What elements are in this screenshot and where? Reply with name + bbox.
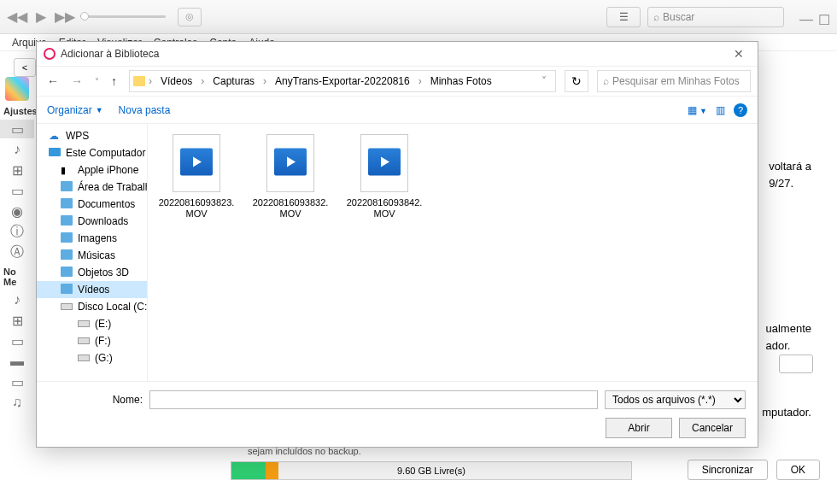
- tree-item-objetos-3d[interactable]: Objetos 3D: [37, 264, 147, 281]
- play-button[interactable]: ▶: [32, 9, 50, 26]
- maximize-button[interactable]: ☐: [818, 12, 828, 22]
- search-placeholder: Buscar: [663, 11, 694, 23]
- next-button[interactable]: ▶▶: [56, 9, 73, 26]
- dialog-close-button[interactable]: ✕: [727, 45, 751, 62]
- tree-item-m-sicas[interactable]: Músicas: [37, 247, 147, 264]
- image-icon: [61, 232, 73, 244]
- nav-forward-button[interactable]: →: [67, 73, 86, 90]
- sync-text-2: 9/27.: [769, 175, 811, 192]
- sidebar-photos[interactable]: ◉: [0, 202, 34, 220]
- drive-icon: [61, 301, 73, 313]
- sidebar-dev-movies[interactable]: ⊞: [0, 311, 34, 330]
- file-list: 20220816093823.MOV20220816093832.MOV2022…: [148, 124, 758, 381]
- breadcrumb-item-3[interactable]: Minhas Fotos: [425, 73, 497, 89]
- tree-item--e-[interactable]: (E:): [37, 315, 147, 332]
- list-icon: ☰: [619, 11, 629, 23]
- list-view-button[interactable]: ☰: [606, 7, 641, 27]
- nav-recent-button[interactable]: ˅: [91, 75, 102, 88]
- tree-item--rea-de-trabalho[interactable]: Área de Trabalho: [37, 179, 147, 196]
- sidebar-dev-audiobooks[interactable]: ▭: [0, 372, 34, 391]
- video-file-icon: [167, 134, 226, 194]
- tree-item-este-computador[interactable]: Este Computador: [37, 144, 147, 161]
- dialog-search-placeholder: Pesquisar em Minhas Fotos: [612, 75, 740, 87]
- refresh-button[interactable]: ↻: [565, 70, 588, 92]
- search-icon: ⌕: [603, 75, 609, 87]
- tree-item--g-[interactable]: (G:): [37, 349, 147, 366]
- storage-bar: 9.60 GB Livre(s): [231, 461, 632, 480]
- device-thumbnail[interactable]: [5, 77, 29, 101]
- sidebar-summary[interactable]: ▭: [0, 120, 34, 138]
- filetype-select[interactable]: Todos os arquivos (*.*): [605, 390, 746, 409]
- dialog-nav: ← → ˅ ↑ › Vídeos › Capturas › AnyTrans-E…: [37, 66, 758, 97]
- open-button[interactable]: Abrir: [606, 418, 672, 438]
- prev-button[interactable]: ◀◀: [9, 9, 26, 26]
- preview-pane-button[interactable]: ▥: [716, 104, 725, 116]
- itunes-back-button[interactable]: <: [14, 58, 36, 77]
- phone-icon: ▮: [61, 164, 73, 176]
- folder-icon: [133, 76, 145, 86]
- airplay-button[interactable]: ◎: [178, 8, 202, 26]
- storage-free-label: 9.60 GB Livre(s): [397, 466, 465, 476]
- dialog-search-input[interactable]: ⌕ Pesquisar em Minhas Fotos: [597, 70, 751, 92]
- tree-item-disco-local-c-[interactable]: Disco Local (C:): [37, 298, 147, 315]
- breadcrumb-dropdown[interactable]: ˅: [536, 75, 552, 87]
- sidebar-dev-tv[interactable]: ▭: [0, 331, 34, 350]
- itunes-search-input[interactable]: ⌕ Buscar: [647, 7, 784, 27]
- file-item[interactable]: 20220816093823.MOV: [158, 134, 235, 220]
- cancel-button[interactable]: Cancelar: [679, 418, 746, 438]
- partial-button[interactable]: [779, 355, 813, 373]
- storage-segment-2: [266, 462, 278, 479]
- nav-back-button[interactable]: ←: [44, 73, 62, 90]
- organize-button[interactable]: Organizar ▼: [47, 104, 103, 116]
- tree-item-apple-iphone[interactable]: ▮Apple iPhone: [37, 161, 147, 179]
- sidebar-info[interactable]: ⓘ: [0, 222, 34, 241]
- video-file-icon: [260, 134, 320, 194]
- download-icon: [61, 215, 73, 227]
- sidebar-dev-music[interactable]: ♪: [0, 290, 34, 309]
- tree-item-documentos[interactable]: Documentos: [37, 196, 147, 213]
- sidebar-movies[interactable]: ⊞: [0, 161, 34, 179]
- sidebar-dev-books[interactable]: ▬: [0, 352, 34, 371]
- tree-item--f-[interactable]: (F:): [37, 332, 147, 349]
- filename-input[interactable]: [149, 390, 598, 409]
- 3d-icon: [61, 267, 73, 278]
- video-file-icon: [354, 134, 414, 194]
- tree-item-wps[interactable]: ☁WPS: [37, 127, 147, 144]
- new-folder-button[interactable]: Nova pasta: [119, 104, 171, 116]
- chevron-down-icon: ▼: [96, 106, 103, 114]
- nav-up-button[interactable]: ↑: [108, 73, 120, 90]
- sync-text-1: voltará a: [769, 158, 811, 175]
- desktop-icon: [61, 181, 73, 193]
- sidebar-music[interactable]: ♪: [0, 140, 34, 159]
- file-item[interactable]: 20220816093842.MOV: [346, 134, 423, 220]
- tree-item-v-deos[interactable]: Vídeos: [37, 281, 147, 298]
- chevron-right-icon: ›: [201, 75, 204, 87]
- breadcrumb-item-2[interactable]: AnyTrans-Exportar-20220816: [270, 73, 415, 89]
- pc-icon: [49, 147, 61, 159]
- volume-slider[interactable]: [80, 15, 166, 18]
- storage-segment-1: [231, 462, 266, 479]
- file-name: 20220816093842.MOV: [346, 197, 423, 220]
- help-button[interactable]: ?: [734, 103, 747, 117]
- minimize-button[interactable]: —: [799, 12, 810, 22]
- view-mode-button[interactable]: ▦ ▼: [688, 104, 707, 116]
- ok-button[interactable]: OK: [776, 460, 820, 480]
- sidebar-tv[interactable]: ▭: [0, 181, 34, 200]
- doc-icon: [61, 198, 73, 210]
- search-icon: ⌕: [653, 11, 659, 23]
- drive-icon: [78, 318, 90, 330]
- tree-item-downloads[interactable]: Downloads: [37, 213, 147, 230]
- breadcrumb-item-1[interactable]: Capturas: [208, 73, 260, 89]
- file-name: 20220816093832.MOV: [252, 197, 329, 220]
- breadcrumb[interactable]: › Vídeos › Capturas › AnyTrans-Exportar-…: [129, 70, 556, 92]
- file-item[interactable]: 20220816093832.MOV: [252, 134, 329, 220]
- chevron-right-icon: ›: [149, 75, 152, 87]
- airplay-icon: ◎: [185, 11, 194, 22]
- tree-item-imagens[interactable]: Imagens: [37, 230, 147, 247]
- dialog-title: Adicionar à Biblioteca: [61, 48, 159, 60]
- sidebar-dev-tones[interactable]: ♫: [0, 393, 34, 412]
- breadcrumb-item-0[interactable]: Vídeos: [155, 73, 197, 89]
- sidebar-apps[interactable]: Ⓐ: [0, 243, 34, 261]
- drive-icon: [78, 352, 90, 364]
- sync-button[interactable]: Sincronizar: [688, 460, 768, 480]
